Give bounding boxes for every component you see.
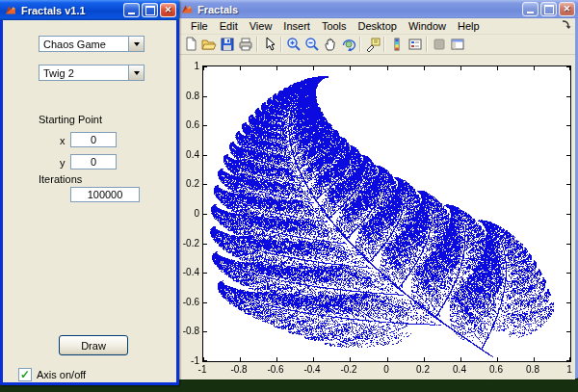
close-button[interactable]: ✕ — [160, 3, 176, 17]
hide-plot-tools-icon[interactable] — [430, 36, 448, 53]
menu-item-window[interactable]: Window — [403, 20, 452, 32]
axis-tick — [424, 357, 425, 361]
axis-tick — [203, 273, 207, 274]
y-tick-label: 1 — [180, 61, 199, 71]
insert-colorbar-icon[interactable] — [387, 36, 406, 53]
chevron-down-icon[interactable] — [128, 37, 144, 51]
menu-item-help[interactable]: Help — [452, 20, 486, 32]
menu-item-tools[interactable]: Tools — [316, 20, 353, 32]
axis-tick — [387, 357, 388, 361]
y-input[interactable] — [70, 154, 117, 170]
fractal-name-value: Twig 2 — [39, 67, 128, 79]
save-figure-icon[interactable] — [218, 36, 236, 53]
y-tick-label: 0.2 — [180, 178, 199, 189]
fractal-type-value: Chaos Game — [39, 39, 128, 50]
zoom-in-icon[interactable] — [284, 36, 302, 53]
axes-box — [202, 65, 571, 362]
axis-tick — [203, 155, 207, 156]
x-tick-label: -1 — [198, 364, 207, 375]
axis-tick — [566, 96, 570, 97]
x-tick-label: 0.4 — [453, 364, 466, 375]
axis-tick — [566, 302, 570, 303]
x-input[interactable] — [70, 132, 117, 147]
check-icon: ✓ — [20, 369, 30, 380]
axis-tick — [203, 244, 207, 245]
iterations-input[interactable] — [70, 187, 140, 202]
y-tick-label: 0.6 — [180, 119, 199, 130]
insert-legend-icon[interactable] — [406, 36, 424, 53]
axis-tick — [387, 66, 388, 70]
axis-tick — [203, 125, 207, 126]
open-file-icon[interactable] — [199, 36, 218, 53]
print-icon[interactable] — [236, 36, 254, 53]
chevron-down-icon[interactable] — [128, 65, 144, 80]
toolbar-separator — [383, 37, 385, 52]
figure-window: Fractals ✕ FileEditViewInsertToolsDeskto… — [176, 0, 578, 379]
y-label: y — [60, 157, 66, 169]
axis-tick — [534, 66, 535, 70]
matlab-icon — [180, 3, 194, 15]
draw-button[interactable]: Draw — [59, 335, 128, 355]
toolbar-separator — [426, 37, 428, 52]
axis-tick — [566, 155, 570, 156]
y-tick-label: 0.8 — [180, 91, 199, 101]
starting-point-label: Starting Point — [39, 114, 102, 125]
figure-menubar: FileEditViewInsertToolsDesktopWindowHelp — [179, 18, 575, 35]
x-tick-label: -0.2 — [340, 364, 356, 375]
figure-toolbar — [179, 35, 575, 55]
axis-tick — [240, 66, 241, 70]
maximize-button[interactable] — [142, 3, 158, 17]
y-tick-label: 0 — [180, 208, 199, 219]
fractal-name-dropdown[interactable]: Twig 2 — [39, 65, 144, 81]
axis-tick — [276, 66, 277, 70]
minimize-button[interactable] — [123, 3, 140, 17]
minimize-button[interactable] — [522, 2, 539, 16]
fractal-type-dropdown[interactable]: Chaos Game — [39, 36, 144, 52]
axis-tick — [203, 96, 207, 97]
show-plot-tools-icon[interactable] — [448, 36, 466, 53]
axis-tick — [534, 357, 535, 361]
axis-tick — [203, 302, 207, 303]
rotate-3d-icon[interactable] — [339, 36, 357, 53]
zoom-out-icon[interactable] — [302, 36, 321, 53]
axis-tick — [276, 357, 277, 361]
axis-tick — [313, 66, 314, 70]
menu-item-file[interactable]: File — [185, 20, 214, 32]
axis-checkbox[interactable]: ✓ — [18, 368, 32, 381]
menu-item-desktop[interactable]: Desktop — [353, 20, 403, 32]
x-tick-label: 0.8 — [526, 364, 539, 375]
edit-plot-arrow-icon[interactable] — [260, 36, 278, 53]
x-tick-label: 0.6 — [489, 364, 503, 375]
left-window-title: Fractals v1.1 — [21, 5, 123, 16]
x-tick-label: -0.6 — [267, 364, 283, 375]
fractals-controls-window: Fractals v1.1 ✕ Chaos Game Twig 2 Starti… — [0, 0, 179, 385]
y-tick-label: -1 — [180, 355, 199, 366]
axis-tick — [497, 66, 498, 70]
y-tick-label: 0.4 — [180, 149, 199, 160]
axis-tick — [203, 331, 207, 332]
menu-item-edit[interactable]: Edit — [214, 20, 244, 32]
axis-tick — [566, 331, 570, 332]
toolbar-separator — [359, 37, 361, 52]
close-button[interactable]: ✕ — [559, 2, 575, 16]
figure-title: Fractals — [197, 4, 522, 15]
fractal-plot-canvas[interactable] — [203, 66, 570, 361]
maximize-button[interactable] — [540, 2, 557, 16]
menu-item-insert[interactable]: Insert — [277, 20, 316, 32]
axis-tick — [566, 273, 570, 274]
left-window-titlebar[interactable]: Fractals v1.1 ✕ — [0, 0, 179, 20]
axis-tick — [240, 357, 241, 361]
dock-arrow-icon[interactable] — [562, 20, 571, 30]
x-label: x — [60, 135, 66, 146]
data-cursor-icon[interactable] — [363, 36, 381, 53]
axis-tick — [203, 360, 207, 361]
new-figure-icon[interactable] — [181, 36, 199, 53]
axis-tick — [350, 357, 351, 361]
figure-titlebar[interactable]: Fractals ✕ — [176, 0, 578, 18]
menu-item-view[interactable]: View — [244, 20, 278, 32]
axis-tick — [566, 125, 570, 126]
pan-hand-icon[interactable] — [321, 36, 339, 53]
axis-tick — [203, 184, 207, 185]
axis-tick — [566, 244, 570, 245]
x-tick-label: -0.4 — [303, 364, 320, 375]
